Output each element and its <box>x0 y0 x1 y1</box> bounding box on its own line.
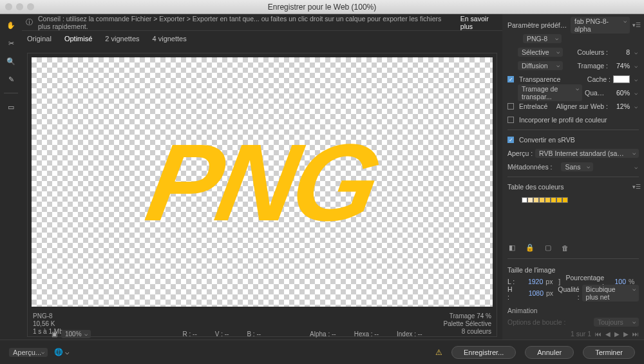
tab-original[interactable]: Original <box>27 35 52 43</box>
dither-amt-value[interactable]: 74% <box>611 62 630 70</box>
canvas-border: PNG PNG-8 10,56 K 1 s à 1 Mbps Tramage 7… <box>27 53 497 337</box>
learn-more-link[interactable]: En savoir plus <box>460 15 498 30</box>
matte-chevron-icon[interactable]: ⌵ <box>632 76 639 82</box>
colors-value[interactable]: 8 <box>611 48 630 56</box>
zoom-dropdown[interactable]: 100% <box>61 330 91 338</box>
color-table-swatches <box>522 197 639 203</box>
color-swatch[interactable] <box>522 197 527 203</box>
link-dimensions-icon[interactable]: ] <box>558 278 560 285</box>
tab-2up[interactable]: 2 vignettes <box>105 35 139 43</box>
tool-separator <box>4 93 18 93</box>
window-minimize[interactable] <box>16 3 23 10</box>
preview-dropdown[interactable]: RVB Internet standard (sans gestion des … <box>535 149 639 158</box>
color-swatch[interactable] <box>545 197 551 203</box>
save-button[interactable]: Enregistrer... <box>451 346 516 359</box>
stage-dither: Tramage 74 % <box>444 312 492 320</box>
websnap-label: Aligner sur Web : <box>556 102 608 110</box>
window-zoom[interactable] <box>27 3 34 10</box>
color-table-label: Table des couleurs <box>507 183 630 191</box>
delete-color-icon[interactable]: 🗑 <box>562 244 569 252</box>
quantity-value[interactable]: 60% <box>611 89 630 97</box>
color-table-menu-icon[interactable]: ▾☰ <box>632 184 639 190</box>
bottom-bar: Aperçu... 🌐 ⌵ ⚠ Enregistrer... Annuler T… <box>0 340 644 364</box>
dither-chevron-icon[interactable]: ⌵ <box>632 62 639 69</box>
done-button[interactable]: Terminer <box>583 346 635 359</box>
embed-profile-checkbox[interactable] <box>507 117 514 123</box>
dither-dropdown[interactable]: Diffusion <box>518 61 563 70</box>
convert-srgb-label: Convertir en sRVB <box>519 136 639 144</box>
tip-text: Conseil : utilisez la commande Fichier >… <box>38 15 446 30</box>
websnap-chevron-icon[interactable]: ⌵ <box>632 103 639 110</box>
copy-hex-icon[interactable]: ▣ <box>52 330 57 338</box>
prev-frame-icon: ◀ <box>605 330 611 338</box>
slice-tool-icon[interactable]: ✂ <box>5 37 17 49</box>
metadata-dropdown[interactable]: Sans <box>561 162 593 171</box>
tab-optimized[interactable]: Optimisé <box>64 35 92 43</box>
first-frame-icon: ⏮ <box>595 330 601 338</box>
reduction-dropdown[interactable]: Sélective <box>518 48 563 57</box>
window-title: Enregistrer pour le Web (100%) <box>268 3 377 12</box>
canvas-stage[interactable]: PNG <box>32 57 493 307</box>
width-input[interactable] <box>517 278 543 285</box>
hand-tool-icon[interactable]: ✋ <box>5 19 17 31</box>
color-swatch[interactable] <box>562 197 568 203</box>
preset-dropdown[interactable]: fab PNG-8-alpha <box>571 17 630 34</box>
animation-controls: ⏮ ◀ ▶ ▶ ⏭ <box>595 330 639 338</box>
color-swatch[interactable] <box>556 197 562 203</box>
color-swatch[interactable] <box>527 197 533 203</box>
info-r: R : -- <box>183 330 197 338</box>
tab-4up[interactable]: 4 vignettes <box>153 35 187 43</box>
quality-dropdown[interactable]: Bicubique plus net <box>582 285 639 302</box>
stage-size: 10,56 K <box>33 320 70 327</box>
cancel-button[interactable]: Annuler <box>525 346 574 359</box>
preview-button[interactable]: Aperçu... <box>9 348 48 357</box>
new-color-icon[interactable]: ▢ <box>545 244 551 252</box>
map-transparency-icon[interactable]: ◧ <box>509 244 515 252</box>
frame-counter: 1 sur 1 <box>507 330 591 338</box>
interlace-label: Entrelacé <box>519 102 554 110</box>
next-frame-icon: ▶ <box>623 330 629 338</box>
info-alpha: Alpha : -- <box>310 330 336 338</box>
warning-icon[interactable]: ⚠ <box>435 348 442 357</box>
animation-block: Animation Options de boucle : Toujours 1… <box>507 305 639 340</box>
loop-label: Options de boucle : <box>507 318 590 326</box>
format-dropdown[interactable]: PNG-8 <box>523 34 562 43</box>
stage-palette: Palette Sélective <box>444 320 492 327</box>
dither-amt-label: Tramage : <box>565 62 608 70</box>
info-bar: ▣ 100% R : -- V : -- B : -- Alpha : -- H… <box>22 328 502 340</box>
metadata-chevron-icon[interactable]: ⌵ <box>632 164 639 170</box>
view-tabs: Original Optimisé 2 vignettes 4 vignette… <box>22 31 502 46</box>
center-area: ⓘ Conseil : utilisez la commande Fichier… <box>22 14 502 340</box>
height-input[interactable] <box>518 289 544 297</box>
matte-label: Cache : <box>587 75 611 83</box>
window-controls <box>5 3 34 10</box>
toggle-slices-icon[interactable]: ▭ <box>5 101 17 113</box>
interlace-checkbox[interactable] <box>507 103 514 110</box>
zoom-tool-icon[interactable]: 🔍 <box>5 55 17 67</box>
play-icon: ▶ <box>614 330 620 338</box>
browser-icon[interactable]: 🌐 ⌵ <box>54 348 70 356</box>
info-hexa: Hexa : -- <box>354 330 379 338</box>
canvas-text: PNG <box>138 119 386 245</box>
info-v: V : -- <box>215 330 229 338</box>
quantity-chevron-icon[interactable]: ⌵ <box>632 90 639 96</box>
t-dither-dropdown[interactable]: Tramage de transpar... <box>518 84 582 101</box>
transparency-checkbox[interactable]: ✓ <box>507 76 514 82</box>
quantity-label: Quantité : <box>585 89 608 97</box>
window-close[interactable] <box>5 3 12 10</box>
convert-srgb-checkbox[interactable]: ✓ <box>507 137 514 143</box>
metadata-label: Métadonnées : <box>507 163 552 171</box>
lock-color-icon[interactable]: 🔒 <box>526 244 535 252</box>
colors-chevron-icon[interactable]: ⌵ <box>632 49 639 55</box>
transparency-label: Transparence <box>519 75 585 83</box>
preset-menu-icon[interactable]: ▾☰ <box>632 22 639 28</box>
preview-label: Aperçu : <box>507 149 533 157</box>
color-swatch[interactable] <box>539 197 545 203</box>
image-size-block: Taille de l'image L : px ] Pourcentage :… <box>507 264 639 299</box>
colors-label: Couleurs : <box>565 48 608 56</box>
color-swatch[interactable] <box>551 197 556 203</box>
websnap-value[interactable]: 12% <box>611 102 630 110</box>
matte-color-chip[interactable] <box>613 75 630 83</box>
eyedropper-tool-icon[interactable]: ✎ <box>5 73 17 85</box>
color-swatch[interactable] <box>533 197 539 203</box>
